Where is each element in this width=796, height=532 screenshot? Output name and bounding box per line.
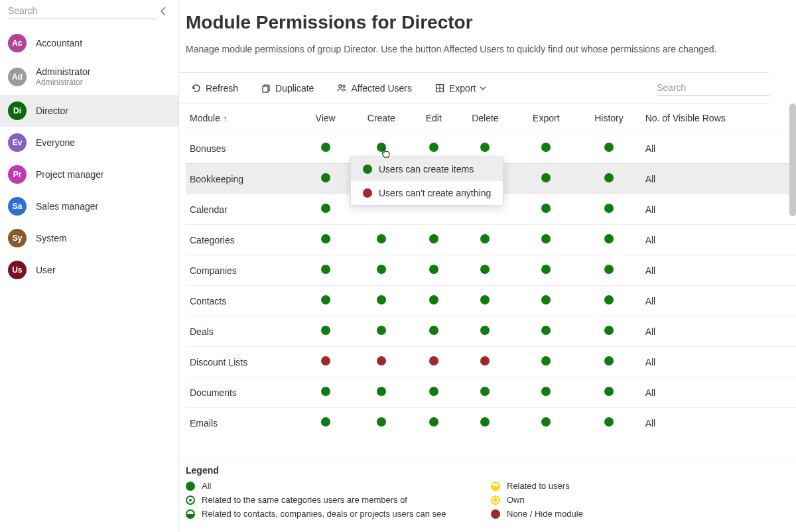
permission-cell[interactable] [576, 194, 641, 225]
permission-cell[interactable] [301, 194, 350, 225]
scrollbar[interactable] [789, 103, 796, 216]
permission-cell[interactable] [301, 164, 350, 194]
permission-cell[interactable] [454, 408, 515, 438]
permission-cell[interactable] [350, 377, 413, 408]
permission-cell[interactable] [350, 286, 413, 316]
sidebar-item-user[interactable]: UsUser [0, 254, 178, 286]
permission-cell[interactable] [515, 225, 576, 255]
permission-cell[interactable] [301, 408, 350, 438]
permission-cell[interactable] [301, 316, 350, 347]
table-row[interactable]: ContactsAll [186, 286, 796, 316]
permission-cell[interactable] [576, 316, 641, 347]
permission-cell[interactable] [413, 225, 454, 255]
permission-cell[interactable] [413, 316, 454, 347]
status-dot-icon [541, 326, 551, 335]
sidebar-item-system[interactable]: SySystem [0, 222, 178, 254]
permission-cell[interactable] [576, 286, 641, 316]
column-header[interactable]: View [301, 103, 350, 133]
status-dot-icon [321, 356, 330, 366]
permission-cell[interactable] [454, 255, 515, 286]
status-dot-icon [480, 295, 490, 304]
permission-cell[interactable] [350, 255, 413, 286]
sidebar-item-sales-manager[interactable]: SaSales manager [0, 190, 178, 222]
permission-cell[interactable] [515, 377, 576, 408]
permission-cell[interactable] [350, 347, 413, 377]
popup-option[interactable]: Users can't create anything [351, 181, 503, 205]
permission-cell[interactable] [301, 347, 350, 377]
table-row[interactable]: Discount ListsAll [186, 347, 796, 377]
status-dot-icon [541, 295, 551, 304]
table-row[interactable]: DealsAll [186, 316, 796, 347]
permission-cell[interactable] [350, 225, 413, 255]
svg-rect-0 [263, 86, 268, 92]
legend-item: Related to contacts, companies, deals or… [186, 509, 464, 519]
column-header[interactable]: No. of Visible Rows [641, 103, 796, 133]
status-dot-icon [480, 417, 490, 427]
permission-cell[interactable] [515, 194, 576, 225]
sidebar-item-accountant[interactable]: AcAccountant [0, 27, 178, 59]
permission-cell[interactable] [301, 286, 350, 316]
popup-option-label: Users can't create anything [379, 188, 491, 198]
permission-cell[interactable] [515, 347, 576, 377]
permission-cell[interactable] [454, 225, 515, 255]
permission-cell[interactable] [413, 255, 454, 286]
permission-cell[interactable] [301, 255, 350, 286]
table-row[interactable]: EmailsAll [186, 408, 796, 438]
permission-cell[interactable] [454, 377, 515, 408]
permission-cell[interactable] [413, 408, 454, 438]
permission-cell[interactable] [515, 316, 576, 347]
permission-cell[interactable] [576, 133, 641, 164]
permission-cell[interactable] [301, 225, 350, 255]
column-header[interactable]: Edit [413, 103, 454, 133]
sidebar-item-project-manager[interactable]: PrProject manager [0, 159, 178, 190]
group-name: Everyone [36, 137, 75, 149]
sidebar-item-administrator[interactable]: AdAdministratorAdministrátor [0, 59, 178, 95]
column-header[interactable]: Export [515, 103, 576, 133]
visible-rows-cell: All [641, 194, 796, 225]
column-header[interactable]: Create [350, 103, 413, 133]
permission-cell[interactable] [301, 133, 350, 164]
column-header[interactable]: Module↑ [186, 103, 301, 133]
refresh-button[interactable]: Refresh [186, 80, 243, 96]
permission-cell[interactable] [576, 377, 641, 408]
permission-cell[interactable] [454, 316, 515, 347]
popup-option[interactable]: Users can create items [351, 157, 503, 181]
permission-cell[interactable] [576, 255, 641, 286]
permission-cell[interactable] [515, 255, 576, 286]
sidebar-search-input[interactable] [8, 3, 156, 19]
permission-cell[interactable] [413, 286, 454, 316]
permission-cell[interactable] [413, 377, 454, 408]
column-header[interactable]: History [576, 103, 641, 133]
sidebar-item-director[interactable]: DiDirector [0, 95, 178, 127]
permission-cell[interactable] [576, 408, 641, 438]
avatar: Ac [8, 34, 27, 52]
permission-cell[interactable] [515, 164, 576, 194]
export-button[interactable]: Export [429, 80, 492, 96]
collapse-sidebar-button[interactable] [156, 3, 172, 19]
sidebar-item-everyone[interactable]: EvEveryone [0, 127, 178, 159]
table-row[interactable]: CategoriesAll [186, 225, 796, 255]
permission-cell[interactable] [454, 347, 515, 377]
group-name: Sales manager [36, 200, 98, 212]
affected-users-button[interactable]: Affected Users [331, 80, 417, 96]
table-row[interactable]: DocumentsAll [186, 377, 796, 408]
permission-cell[interactable] [576, 347, 641, 377]
column-header[interactable]: Delete [454, 103, 515, 133]
table-row[interactable]: CompaniesAll [186, 255, 796, 286]
permission-cell[interactable] [350, 316, 413, 347]
status-dot-icon [429, 387, 438, 396]
permission-cell[interactable] [301, 377, 350, 408]
permission-cell[interactable] [350, 408, 413, 438]
status-dot-icon [604, 356, 614, 366]
visible-rows-cell: All [641, 316, 796, 347]
status-dot-icon [429, 295, 438, 304]
permission-cell[interactable] [576, 225, 641, 255]
permission-cell[interactable] [515, 286, 576, 316]
permission-cell[interactable] [576, 164, 641, 194]
permission-cell[interactable] [515, 408, 576, 438]
permission-cell[interactable] [454, 286, 515, 316]
permission-cell[interactable] [413, 347, 454, 377]
duplicate-button[interactable]: Duplicate [255, 80, 319, 96]
table-search-input[interactable] [657, 80, 769, 96]
permission-cell[interactable] [515, 133, 576, 164]
